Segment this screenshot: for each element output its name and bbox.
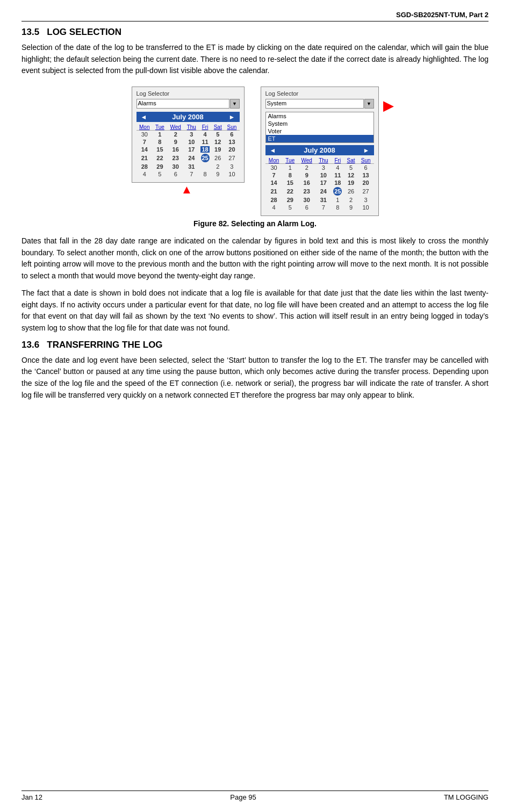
- list-item[interactable]: 18: [331, 179, 344, 186]
- list-item[interactable]: 16: [167, 146, 184, 153]
- list-item[interactable]: 1: [331, 196, 344, 204]
- list-item[interactable]: 9: [298, 171, 316, 179]
- list-item[interactable]: 5: [153, 170, 167, 178]
- list-item[interactable]: 24: [315, 186, 331, 196]
- list-item[interactable]: 24: [184, 153, 199, 163]
- list-item[interactable]: 22: [283, 186, 298, 196]
- list-item[interactable]: 20: [224, 146, 239, 153]
- left-next-month-button[interactable]: ►: [227, 113, 238, 121]
- list-item[interactable]: 16: [298, 179, 316, 186]
- list-item-voter[interactable]: Voter: [266, 127, 373, 135]
- left-dropdown-arrow[interactable]: ▼: [230, 99, 240, 109]
- list-item[interactable]: 25: [331, 186, 344, 196]
- list-item[interactable]: 7: [315, 204, 331, 211]
- list-item[interactable]: 15: [283, 179, 298, 186]
- list-item[interactable]: 27: [224, 153, 239, 163]
- list-item[interactable]: 29: [153, 163, 167, 170]
- list-item[interactable]: 6: [224, 131, 239, 139]
- list-item[interactable]: 26: [344, 186, 358, 196]
- list-item[interactable]: 7: [265, 171, 283, 179]
- list-item[interactable]: 10: [224, 170, 239, 178]
- table-row: 4 5 6 7 8 9 10: [265, 204, 374, 211]
- list-item[interactable]: 26: [211, 153, 224, 163]
- list-item-alarms[interactable]: Alarms: [266, 112, 373, 120]
- left-selector-title: Log Selector: [137, 90, 240, 97]
- list-item[interactable]: 11: [331, 171, 344, 179]
- list-item[interactable]: 2: [298, 164, 316, 172]
- list-item[interactable]: 31: [315, 196, 331, 204]
- list-item[interactable]: 30: [265, 164, 283, 172]
- list-item[interactable]: 11: [199, 138, 211, 146]
- list-item[interactable]: 14: [265, 179, 283, 186]
- list-item[interactable]: 29: [283, 196, 298, 204]
- list-item[interactable]: 14: [137, 146, 153, 153]
- list-item[interactable]: 21: [137, 153, 153, 163]
- list-item[interactable]: 2: [344, 196, 358, 204]
- list-item[interactable]: 19: [211, 146, 224, 153]
- list-item-et[interactable]: ET: [266, 135, 373, 142]
- list-item[interactable]: 4: [265, 204, 283, 211]
- list-item[interactable]: 31: [184, 163, 199, 170]
- list-item[interactable]: 4: [331, 164, 344, 172]
- list-item[interactable]: 5: [283, 204, 298, 211]
- list-item[interactable]: 4: [137, 170, 153, 178]
- list-item[interactable]: 30: [298, 196, 316, 204]
- list-item[interactable]: 3: [224, 163, 239, 170]
- list-item[interactable]: 25: [199, 153, 211, 163]
- list-item[interactable]: 5: [211, 131, 224, 139]
- list-item[interactable]: 8: [283, 171, 298, 179]
- right-dropdown-list[interactable]: Alarms System Voter ET: [265, 112, 374, 143]
- list-item[interactable]: 12: [211, 138, 224, 146]
- list-item[interactable]: 17: [315, 179, 331, 186]
- list-item[interactable]: 10: [184, 138, 199, 146]
- list-item[interactable]: 3: [184, 131, 199, 139]
- list-item[interactable]: 9: [167, 138, 184, 146]
- list-item[interactable]: 8: [153, 138, 167, 146]
- list-item[interactable]: 6: [298, 204, 316, 211]
- list-item[interactable]: 20: [358, 179, 374, 186]
- left-prev-month-button[interactable]: ◄: [139, 113, 149, 121]
- list-item[interactable]: 10: [358, 204, 374, 211]
- list-item[interactable]: 9: [211, 170, 224, 178]
- list-item[interactable]: 7: [137, 138, 153, 146]
- list-item[interactable]: 15: [153, 146, 167, 153]
- list-item[interactable]: 1: [283, 164, 298, 172]
- list-item[interactable]: 8: [199, 170, 211, 178]
- list-item[interactable]: 4: [199, 131, 211, 139]
- right-next-month-button[interactable]: ►: [361, 147, 372, 154]
- left-dropdown[interactable]: Alarms: [137, 99, 229, 109]
- list-item[interactable]: 30: [137, 131, 153, 139]
- list-item[interactable]: 22: [153, 153, 167, 163]
- list-item[interactable]: 3: [358, 196, 374, 204]
- list-item[interactable]: 12: [344, 171, 358, 179]
- list-item[interactable]: 8: [331, 204, 344, 211]
- list-item[interactable]: 2: [211, 163, 224, 170]
- list-item[interactable]: 27: [358, 186, 374, 196]
- right-prev-month-button[interactable]: ◄: [268, 147, 278, 154]
- list-item[interactable]: 13: [224, 138, 239, 146]
- left-cal-hdr-fri: Fri: [199, 124, 211, 131]
- list-item[interactable]: 18: [199, 146, 211, 153]
- list-item[interactable]: 1: [153, 131, 167, 139]
- list-item[interactable]: 21: [265, 186, 283, 196]
- list-item-system[interactable]: System: [266, 120, 373, 127]
- list-item[interactable]: 23: [167, 153, 184, 163]
- right-dropdown[interactable]: System: [265, 99, 364, 109]
- list-item[interactable]: 28: [265, 196, 283, 204]
- list-item[interactable]: 7: [184, 170, 199, 178]
- list-item[interactable]: 2: [167, 131, 184, 139]
- right-dropdown-arrow[interactable]: ▼: [364, 99, 374, 109]
- list-item[interactable]: 3: [315, 164, 331, 172]
- list-item[interactable]: 30: [167, 163, 184, 170]
- list-item[interactable]: 5: [344, 164, 358, 172]
- list-item[interactable]: [199, 163, 211, 170]
- list-item[interactable]: 9: [344, 204, 358, 211]
- list-item[interactable]: 17: [184, 146, 199, 153]
- list-item[interactable]: 19: [344, 179, 358, 186]
- list-item[interactable]: 13: [358, 171, 374, 179]
- list-item[interactable]: 6: [358, 164, 374, 172]
- list-item[interactable]: 23: [298, 186, 316, 196]
- list-item[interactable]: 28: [137, 163, 153, 170]
- list-item[interactable]: 10: [315, 171, 331, 179]
- list-item[interactable]: 6: [167, 170, 184, 178]
